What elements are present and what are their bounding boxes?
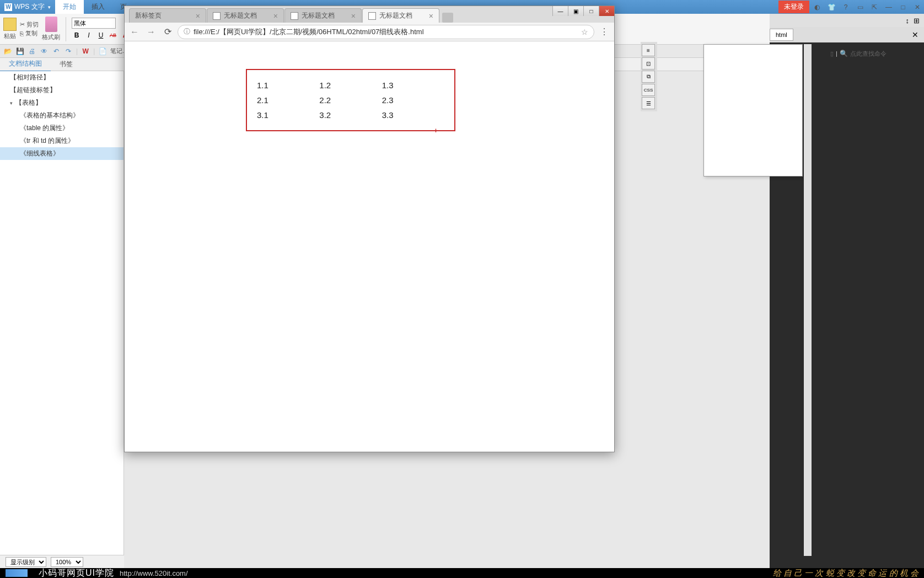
chrome-tab-0[interactable]: 新标签页 × bbox=[129, 8, 206, 23]
cut-button[interactable]: ✂剪切 bbox=[20, 20, 39, 29]
w-icon[interactable]: W bbox=[81, 47, 90, 56]
font-name-select[interactable] bbox=[72, 18, 116, 29]
chrome-menu-button[interactable]: ⋮ bbox=[598, 25, 611, 39]
wps-bottombar: 显示级别 100% bbox=[0, 555, 124, 568]
navtab-bookmark[interactable]: 书签 bbox=[51, 57, 82, 71]
chrome-new-tab-button[interactable] bbox=[442, 13, 453, 23]
bookmark-star-icon[interactable]: ☆ bbox=[581, 28, 588, 36]
expand-icon[interactable]: ⊡ bbox=[642, 57, 655, 69]
tab-close-icon[interactable]: × bbox=[429, 12, 433, 20]
table-cell: 3.2 bbox=[319, 108, 382, 122]
shirt-icon[interactable]: 👕 bbox=[825, 2, 838, 13]
bold-button[interactable]: B bbox=[72, 30, 82, 40]
chrome-tabs: 新标签页 × 无标题文档 × 无标题文档 × 无标题文档 × bbox=[125, 6, 614, 23]
video-overlay-bar: 小码哥网页UI学院 http://www.520it.com/ 给 自 己 一 … bbox=[0, 568, 924, 578]
chrome-content: 1.1 1.2 1.3 2.1 2.2 2.3 3.1 3.2 3.3 + bbox=[125, 41, 614, 445]
chrome-tab-1[interactable]: 无标题文档 × bbox=[207, 8, 284, 23]
url-field[interactable]: ⓘ file:///E:/【网页UI学院】/北京二期/视频/06HTML/02h… bbox=[178, 25, 594, 39]
tab-close-icon[interactable]: × bbox=[196, 12, 200, 20]
table-row: 3.1 3.2 3.3 bbox=[257, 108, 444, 122]
wps-menu-tab-start[interactable]: 开始 bbox=[55, 0, 84, 14]
copy-button[interactable]: ⎘复制 bbox=[20, 29, 39, 38]
table-row: 1.1 1.2 1.3 bbox=[257, 78, 444, 93]
tree-item-hyperlink[interactable]: 【超链接标签】 bbox=[0, 84, 123, 97]
divider bbox=[66, 17, 66, 41]
zoom-select[interactable]: 100% bbox=[51, 557, 83, 567]
chrome-minimize-icon[interactable]: — bbox=[552, 6, 568, 16]
search-icon[interactable]: 🔍 bbox=[840, 50, 848, 57]
tree-item-relative-path[interactable]: 【相对路径】 bbox=[0, 71, 123, 84]
chrome-window-controls: — ▣ □ ✕ bbox=[552, 6, 614, 16]
chrome-tab-title: 无标题文档 bbox=[224, 11, 257, 20]
underline-button[interactable]: U bbox=[96, 30, 106, 40]
display-level-select[interactable]: 显示级别 bbox=[6, 557, 46, 567]
doc-scrollbar[interactable] bbox=[804, 44, 812, 556]
brand-text: 小码哥网页UI学院 bbox=[39, 568, 114, 579]
tree-item-thin-table[interactable]: 《细线表格》 bbox=[0, 147, 123, 160]
editor-tab-html[interactable]: html bbox=[770, 29, 793, 41]
url-text: file:///E:/【网页UI学院】/北京二期/视频/06HTML/02htm… bbox=[194, 27, 424, 37]
tree-item-tr-td-props[interactable]: 《tr 和 td 的属性》 bbox=[0, 135, 123, 147]
chrome-tab-3[interactable]: 无标题文档 × bbox=[362, 8, 439, 23]
outline-icon[interactable]: ≡ bbox=[642, 44, 655, 56]
share-icon[interactable]: ⇱ bbox=[868, 2, 881, 13]
chrome-maximize-icon[interactable]: □ bbox=[583, 6, 599, 16]
divider: | bbox=[93, 47, 95, 55]
chrome-tab-title: 新标签页 bbox=[135, 11, 162, 20]
reload-button[interactable]: ⟳ bbox=[161, 25, 174, 39]
page-icon bbox=[368, 12, 376, 20]
tree-toggle-icon[interactable]: ▾ bbox=[10, 100, 15, 106]
chrome-restore-icon[interactable]: ▣ bbox=[568, 6, 583, 16]
editor-topbar: ↕ ⊞ bbox=[770, 14, 924, 27]
collapse-ribbon-icon[interactable]: ▭ bbox=[853, 2, 867, 13]
wps-menu-tab-insert[interactable]: 插入 bbox=[84, 0, 112, 14]
code-icon[interactable]: ⧉ bbox=[642, 71, 655, 83]
save-icon[interactable]: 💾 bbox=[15, 47, 24, 56]
bookmark-icon[interactable]: ▯ bbox=[830, 50, 834, 57]
strike-button[interactable]: AB bbox=[108, 30, 118, 40]
brand-url: http://www.520it.com/ bbox=[120, 569, 188, 577]
search-placeholder[interactable]: 点此查找命令 bbox=[850, 50, 887, 58]
tab-close-icon[interactable]: × bbox=[351, 12, 356, 20]
sort-icon[interactable]: ↕ bbox=[906, 17, 910, 25]
editor-tab-close[interactable]: ✕ bbox=[906, 28, 924, 41]
back-button[interactable]: ← bbox=[128, 25, 141, 39]
wps-dropdown-icon[interactable]: ▾ bbox=[48, 4, 51, 10]
minimize-icon[interactable]: — bbox=[882, 2, 895, 13]
resize-handle-icon[interactable]: + bbox=[434, 127, 438, 135]
page-icon bbox=[291, 12, 298, 20]
table-cell: 2.3 bbox=[382, 93, 444, 108]
italic-button[interactable]: I bbox=[84, 30, 94, 40]
doc-preview bbox=[703, 44, 803, 176]
print-icon[interactable]: 🖨 bbox=[28, 47, 36, 56]
info-icon[interactable]: ⓘ bbox=[184, 27, 190, 36]
forward-button[interactable]: → bbox=[144, 25, 158, 39]
tree-item-table[interactable]: ▾【表格】 bbox=[0, 97, 123, 109]
wps-app-name: WPS 文字 bbox=[14, 2, 45, 12]
open-icon[interactable]: 📂 bbox=[3, 47, 12, 56]
format-brush-group[interactable]: 格式刷 bbox=[42, 17, 60, 41]
wps-sidebar: 【相对路径】 【超链接标签】 ▾【表格】 《表格的基本结构》 《table 的属… bbox=[0, 71, 124, 556]
css-icon[interactable]: CSS bbox=[642, 84, 655, 96]
tree-view-icon[interactable]: ⊞ bbox=[914, 17, 920, 25]
navtab-structure[interactable]: 文档结构图 bbox=[0, 57, 51, 72]
doc-icon[interactable]: 📄 bbox=[98, 47, 107, 56]
tree-item-table-structure[interactable]: 《表格的基本结构》 bbox=[0, 109, 123, 122]
chrome-close-icon[interactable]: ✕ bbox=[599, 6, 614, 16]
maximize-icon[interactable]: □ bbox=[896, 2, 910, 13]
list-icon[interactable]: ☰ bbox=[642, 97, 655, 109]
table-cell: 1.1 bbox=[257, 78, 319, 93]
tree-item-table-props[interactable]: 《table 的属性》 bbox=[0, 122, 123, 135]
skin-icon[interactable]: ◐ bbox=[810, 2, 824, 13]
close-icon[interactable]: ✕ bbox=[911, 2, 924, 13]
paste-icon[interactable] bbox=[3, 18, 17, 31]
redo-icon[interactable]: ↷ bbox=[64, 47, 73, 56]
tab-close-icon[interactable]: × bbox=[273, 12, 278, 20]
undo-icon[interactable]: ↶ bbox=[52, 47, 61, 56]
wps-login-button[interactable]: 未登录 bbox=[778, 1, 809, 13]
table-cell: 3.3 bbox=[382, 108, 444, 122]
chrome-tab-2[interactable]: 无标题文档 × bbox=[284, 8, 362, 23]
help-icon[interactable]: ? bbox=[839, 2, 852, 13]
preview-icon[interactable]: 👁 bbox=[40, 47, 49, 56]
table-cell: 2.1 bbox=[257, 93, 319, 108]
